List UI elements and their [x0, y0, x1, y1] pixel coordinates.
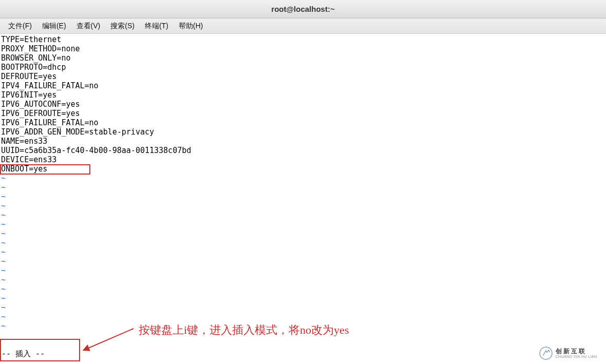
empty-line-tilde: ~	[1, 284, 605, 294]
config-line: IPV6_DEFROUTE=yes	[1, 109, 605, 118]
svg-line-0	[88, 329, 134, 348]
terminal-area[interactable]: TYPE=EthernetPROXY_METHOD=noneBROWSER_ON…	[0, 34, 606, 331]
config-line: IPV6_FAILURE_FATAL=no	[1, 118, 605, 127]
watermark-text-cn: 创新互联	[556, 348, 597, 355]
watermark-icon	[539, 347, 553, 360]
svg-point-1	[540, 347, 552, 359]
empty-line-tilde: ~	[1, 266, 605, 275]
vim-mode-text: -- 插入 --	[2, 349, 45, 359]
empty-line-tilde: ~	[1, 275, 605, 284]
watermark-logo: 创新互联 CHUANG XIN HU LIAN	[530, 342, 606, 364]
config-line: ONBOOT=yes	[1, 164, 605, 174]
empty-line-tilde: ~	[1, 192, 605, 201]
empty-line-tilde: ~	[1, 294, 605, 303]
menu-view[interactable]: 查看(V)	[71, 20, 106, 33]
window-title: root@localhost:~	[271, 5, 334, 13]
menu-term[interactable]: 终端(T)	[140, 20, 174, 33]
empty-line-tilde: ~	[1, 247, 605, 257]
empty-line-tilde: ~	[1, 220, 605, 229]
config-line: DEVICE=ens33	[1, 155, 605, 164]
menu-help[interactable]: 帮助(H)	[174, 20, 208, 33]
config-line: PROXY_METHOD=none	[1, 44, 605, 53]
empty-line-tilde: ~	[1, 312, 605, 321]
menu-bar: 文件(F) 编辑(E) 查看(V) 搜索(S) 终端(T) 帮助(H)	[0, 18, 606, 34]
annotation-text: 按键盘上i键，进入插入模式，将no改为yes	[139, 322, 349, 338]
menu-file[interactable]: 文件(F)	[3, 20, 37, 33]
config-line: DEFROUTE=yes	[1, 72, 605, 81]
window-titlebar: root@localhost:~	[0, 0, 606, 18]
empty-line-tilde: ~	[1, 201, 605, 210]
empty-line-tilde: ~	[1, 303, 605, 312]
highlight-box-onboot	[0, 164, 90, 175]
config-line: UUID=c5a6b35a-fc40-4b00-98aa-0011338c07b…	[1, 146, 605, 155]
config-line: IPV4_FAILURE_FATAL=no	[1, 81, 605, 90]
config-line: IPV6INIT=yes	[1, 90, 605, 100]
menu-search[interactable]: 搜索(S)	[105, 20, 140, 33]
config-line: IPV6_AUTOCONF=yes	[1, 100, 605, 109]
watermark-text-en: CHUANG XIN HU LIAN	[556, 355, 597, 359]
config-line: IPV6_ADDR_GEN_MODE=stable-privacy	[1, 127, 605, 137]
empty-line-tilde: ~	[1, 183, 605, 192]
menu-edit[interactable]: 编辑(E)	[37, 20, 71, 33]
config-line: BROWSER_ONLY=no	[1, 53, 605, 63]
empty-line-tilde: ~	[1, 174, 605, 183]
empty-line-tilde: ~	[1, 229, 605, 238]
config-line: NAME=ens33	[1, 137, 605, 146]
config-line: TYPE=Ethernet	[1, 35, 605, 44]
empty-line-tilde: ~	[1, 257, 605, 266]
config-line: BOOTPROTO=dhcp	[1, 63, 605, 72]
empty-line-tilde: ~	[1, 238, 605, 247]
empty-line-tilde: ~	[1, 210, 605, 220]
